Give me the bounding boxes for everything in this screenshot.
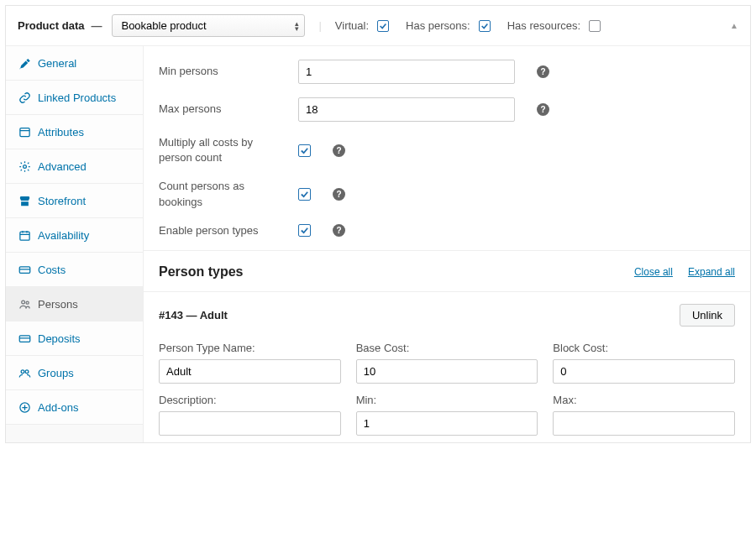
tab-label: Attributes [38,126,84,138]
enable-types-label: Enable person types [159,223,283,238]
min-input[interactable] [356,411,538,436]
virtual-label: Virtual: [335,19,369,32]
close-all-link[interactable]: Close all [634,266,673,278]
tab-deposits[interactable]: Deposits [6,321,143,356]
panel-title: Product data [18,19,84,32]
count-checkbox[interactable] [298,188,311,201]
plus-circle-icon [18,400,31,414]
min-persons-input[interactable] [298,60,515,84]
tab-label: Persons [38,298,78,311]
enable-types-checkbox[interactable] [298,224,311,237]
tab-storefront[interactable]: Storefront [6,184,143,218]
card-icon [18,263,31,276]
name-label: Person Type Name: [159,342,341,354]
wrench-icon [18,56,31,70]
gear-icon [18,159,31,173]
person-type-title: #143 — Adult [159,309,228,321]
max-persons-input[interactable] [298,97,515,122]
person-types-header: Person types Close all Expand all [144,251,750,291]
has-persons-checkbox[interactable] [479,20,491,32]
has-resources-checkbox[interactable] [589,20,601,32]
expand-all-link[interactable]: Expand all [688,266,735,278]
max-label: Max: [553,394,735,406]
tab-attributes[interactable]: Attributes [6,115,143,149]
tab-costs[interactable]: Costs [6,253,143,287]
count-row: Count persons as bookings ? [144,172,750,216]
content: Min persons ? Max persons ? Multiply all… [144,46,750,442]
base-cost-input[interactable] [356,359,538,384]
help-icon[interactable]: ? [537,103,549,116]
tab-label: Deposits [38,332,81,345]
tab-label: Advanced [38,160,87,173]
list-icon [18,125,31,138]
min-persons-row: Min persons ? [144,53,750,91]
min-persons-label: Min persons [159,64,283,79]
base-cost-cell: Base Cost: [356,342,538,384]
has-resources-label: Has resources: [507,19,580,32]
multiply-checkbox[interactable] [298,144,311,157]
help-icon[interactable]: ? [333,144,345,157]
tab-general[interactable]: General [6,46,143,81]
multiply-label: Multiply all costs by person count [159,135,283,165]
svg-rect-2 [19,232,29,240]
tab-advanced[interactable]: Advanced [6,149,143,184]
help-icon[interactable]: ? [333,188,345,201]
product-type-select-wrap: Bookable product ▴▾ [112,14,305,37]
tab-label: Groups [38,367,74,379]
product-type-select[interactable]: Bookable product [112,14,305,37]
tab-label: Linked Products [38,91,116,104]
min-label: Min: [356,394,538,406]
tab-persons[interactable]: Persons [6,287,143,321]
max-persons-label: Max persons [159,102,283,117]
tab-groups[interactable]: Groups [6,356,143,390]
description-label: Description: [159,394,341,406]
svg-point-5 [26,301,29,304]
block-cost-cell: Block Cost: [553,342,735,384]
help-icon[interactable]: ? [537,65,549,78]
svg-point-1 [23,165,26,168]
person-type-item: #143 — Adult Unlink Person Type Name: Ba… [144,291,750,442]
min-cell: Min: [356,394,538,436]
link-icon [18,91,31,104]
svg-point-4 [21,300,24,304]
base-cost-label: Base Cost: [356,342,538,354]
name-cell: Person Type Name: [159,342,341,384]
description-input[interactable] [159,411,341,436]
store-icon [18,194,31,207]
panel-header: Product data — Bookable product ▴▾ | Vir… [6,6,750,46]
has-persons-label: Has persons: [406,19,470,32]
max-cell: Max: [553,394,735,436]
virtual-checkbox[interactable] [377,20,389,32]
max-persons-row: Max persons ? [144,91,750,128]
block-cost-label: Block Cost: [553,342,735,354]
max-input[interactable] [553,411,735,436]
multiply-row: Multiply all costs by person count ? [144,128,750,172]
sidebar: General Linked Products Attributes Advan… [6,46,144,442]
collapse-toggle-icon[interactable]: ▲ [730,21,738,30]
title-dash: — [91,19,102,32]
help-icon[interactable]: ? [333,224,345,237]
tab-label: General [38,57,76,70]
svg-point-8 [25,369,29,373]
tab-label: Add-ons [38,401,78,414]
block-cost-input[interactable] [553,359,735,384]
person-types-links: Close all Expand all [634,266,735,278]
tab-label: Costs [38,264,66,276]
description-cell: Description: [159,394,341,436]
person-type-grid: Person Type Name: Base Cost: Block Cost:… [159,342,735,436]
separator: | [318,19,321,32]
enable-types-row: Enable person types ? [144,217,750,245]
tab-label: Availability [38,229,89,242]
tab-add-ons[interactable]: Add-ons [6,390,143,425]
tab-linked-products[interactable]: Linked Products [6,81,143,115]
count-label: Count persons as bookings [159,179,283,209]
product-data-panel: Product data — Bookable product ▴▾ | Vir… [5,5,751,443]
persons-icon [18,297,31,311]
tab-availability[interactable]: Availability [6,218,143,253]
calendar-icon [18,228,31,242]
name-input[interactable] [159,359,341,384]
svg-point-7 [21,369,24,373]
tab-label: Storefront [38,195,86,207]
unlink-button[interactable]: Unlink [680,304,735,327]
persons-fields: Min persons ? Max persons ? Multiply all… [144,46,750,250]
